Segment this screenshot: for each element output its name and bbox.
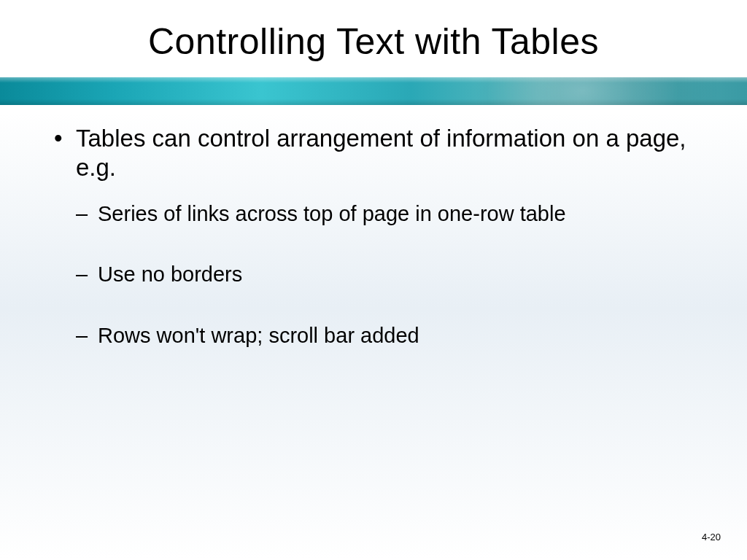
bullet-main: Tables can control arrangement of inform… xyxy=(54,124,703,183)
slide-title: Controlling Text with Tables xyxy=(0,0,747,77)
sub-bullet-list: Series of links across top of page in on… xyxy=(54,201,703,350)
page-number: 4-20 xyxy=(702,532,721,542)
decorative-divider xyxy=(0,77,747,105)
sub-bullet: Series of links across top of page in on… xyxy=(76,201,703,228)
sub-bullet: Rows won't wrap; scroll bar added xyxy=(76,322,703,350)
sub-bullet: Use no borders xyxy=(76,261,703,289)
slide-content: Tables can control arrangement of inform… xyxy=(0,105,747,350)
